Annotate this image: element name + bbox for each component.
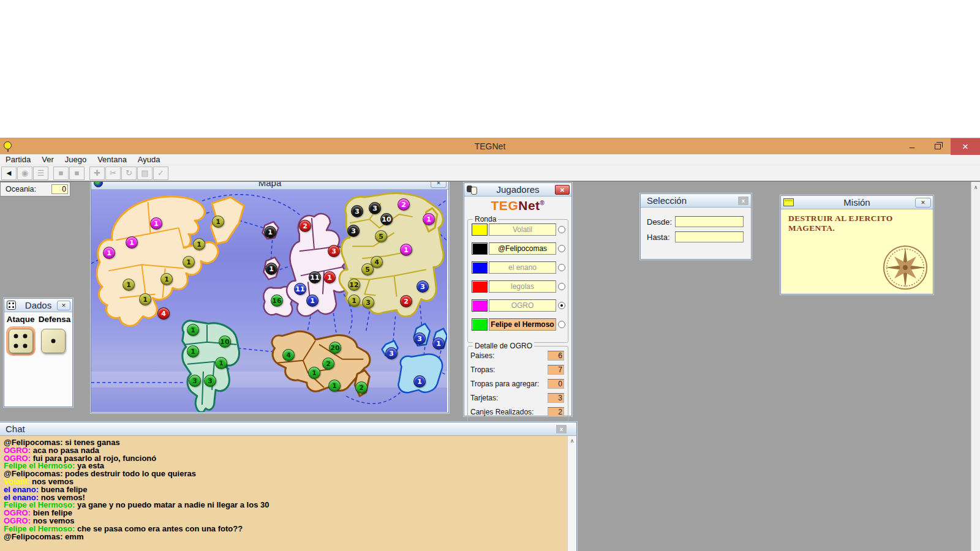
players-close-button[interactable]: ✕ xyxy=(555,185,570,195)
army-marker[interactable]: 1 xyxy=(306,294,318,307)
players-titlebar[interactable]: Jugadores ✕ xyxy=(464,183,571,197)
toolbar-add-armies-icon[interactable]: ✚ xyxy=(89,167,105,180)
army-marker[interactable]: 1 xyxy=(308,367,320,379)
army-marker[interactable]: 4 xyxy=(282,349,295,361)
army-marker[interactable]: 3 xyxy=(204,375,216,387)
toolbar-stop-icon[interactable]: ■ xyxy=(53,167,69,180)
army-marker[interactable]: 3 xyxy=(413,332,426,345)
army-marker[interactable]: 1 xyxy=(126,236,138,249)
army-marker[interactable]: 10 xyxy=(380,213,393,225)
chat-titlebar[interactable]: Chat x xyxy=(0,422,576,436)
toolbar-pause-icon[interactable]: ■ xyxy=(69,167,85,180)
player-radio[interactable] xyxy=(558,283,565,290)
player-radio[interactable] xyxy=(558,321,565,328)
chat-scrollbar[interactable]: ∧ xyxy=(567,436,576,551)
menu-item-ver[interactable]: Ver xyxy=(36,155,59,164)
menu-item-ventana[interactable]: Ventana xyxy=(92,155,132,164)
player-name-field[interactable]: @Felipocomas xyxy=(489,242,556,255)
toolbar-list-icon[interactable]: ☰ xyxy=(33,167,48,180)
army-marker[interactable]: 4 xyxy=(157,307,170,320)
chat-scroll-up-icon[interactable]: ∧ xyxy=(570,438,575,444)
army-marker[interactable]: 1 xyxy=(432,337,445,350)
army-marker[interactable]: 3 xyxy=(351,205,363,217)
army-marker[interactable]: 5 xyxy=(375,230,387,242)
player-name-field[interactable]: el enano xyxy=(489,261,556,274)
toolbar-globe-icon[interactable]: ◉ xyxy=(17,167,32,180)
map-close-button[interactable]: ✕ xyxy=(431,181,447,188)
army-marker[interactable]: 1 xyxy=(265,263,277,275)
army-marker[interactable]: 1 xyxy=(187,345,199,358)
player-radio[interactable] xyxy=(558,245,565,252)
army-marker[interactable]: 2 xyxy=(299,220,311,232)
army-marker[interactable]: 1 xyxy=(187,324,199,336)
army-marker[interactable]: 1 xyxy=(193,238,205,250)
army-marker[interactable]: 16 xyxy=(271,294,283,307)
army-marker[interactable]: 1 xyxy=(328,380,341,392)
player-name-field[interactable]: legolas xyxy=(489,280,556,293)
army-marker[interactable]: 3 xyxy=(417,280,429,293)
army-marker[interactable]: 3 xyxy=(362,296,374,309)
army-marker[interactable]: 1 xyxy=(413,375,426,388)
titlebar[interactable]: TEGNet – × xyxy=(0,138,980,154)
army-marker[interactable]: 1 xyxy=(150,217,162,230)
army-marker[interactable]: 1 xyxy=(323,271,336,283)
restore-button[interactable] xyxy=(925,138,951,155)
army-marker[interactable]: 1 xyxy=(103,247,115,259)
player-radio[interactable] xyxy=(558,226,565,233)
army-marker[interactable]: 1 xyxy=(264,226,276,238)
army-marker[interactable]: 1 xyxy=(123,279,135,291)
tegnet-window: TEGNet – × PartidaVerJuegoVentanaAyuda ◄… xyxy=(0,138,980,551)
army-marker[interactable]: 1 xyxy=(212,216,224,228)
army-marker[interactable]: 2 xyxy=(398,198,410,211)
player-radio[interactable] xyxy=(558,264,565,271)
map-titlebar[interactable]: Mapa ✕ xyxy=(91,181,448,190)
selection-input[interactable] xyxy=(675,216,744,227)
army-marker[interactable]: 11 xyxy=(294,283,306,295)
army-marker[interactable]: 2 xyxy=(400,295,412,307)
mission-titlebar[interactable]: Misión ✕ xyxy=(781,196,933,209)
toolbar-sound-icon[interactable]: ◄ xyxy=(1,167,17,180)
toolbar-attack-icon[interactable]: ✂ xyxy=(105,167,121,180)
toolbar-cards-icon[interactable]: ▤ xyxy=(137,167,153,180)
menu-item-ayuda[interactable]: Ayuda xyxy=(132,155,166,164)
army-marker[interactable]: 1 xyxy=(183,256,195,268)
army-marker[interactable]: 12 xyxy=(348,279,360,291)
army-marker[interactable]: 5 xyxy=(361,263,374,276)
mission-close-button[interactable]: ✕ xyxy=(915,198,931,208)
player-name-field[interactable]: OGRO xyxy=(489,299,556,312)
game-map[interactable]: 1111111114112311111116331032115451213321… xyxy=(91,190,447,412)
army-marker[interactable]: 1 xyxy=(400,244,412,256)
close-button[interactable]: × xyxy=(951,138,980,155)
menu-item-partida[interactable]: Partida xyxy=(0,155,36,164)
army-marker[interactable]: 2 xyxy=(322,358,334,370)
army-marker[interactable]: 1 xyxy=(348,294,360,307)
army-marker[interactable]: 11 xyxy=(309,271,321,283)
army-marker[interactable]: 3 xyxy=(347,225,360,237)
army-marker[interactable]: 1 xyxy=(423,213,435,225)
player-name-field[interactable]: Felipe el Hermoso xyxy=(489,318,556,331)
army-marker[interactable]: 20 xyxy=(329,342,341,354)
selection-titlebar[interactable]: Selección x xyxy=(641,194,751,208)
dice-close-button[interactable]: ✕ xyxy=(57,301,70,310)
army-marker[interactable]: 3 xyxy=(385,347,398,359)
player-name-field[interactable]: Volatil xyxy=(489,223,556,236)
army-marker[interactable]: 2 xyxy=(355,381,368,394)
mdi-scrollbar[interactable]: ∧ xyxy=(971,182,980,551)
army-marker[interactable]: 3 xyxy=(189,375,201,387)
army-marker[interactable]: 3 xyxy=(328,245,340,257)
army-marker[interactable]: 1 xyxy=(139,293,151,305)
army-marker[interactable]: 1 xyxy=(215,357,227,369)
army-marker[interactable]: 1 xyxy=(160,273,173,285)
menu-item-juego[interactable]: Juego xyxy=(59,155,92,164)
selection-input[interactable] xyxy=(675,231,744,242)
dice-titlebar[interactable]: Dados ✕ xyxy=(4,299,72,312)
player-radio[interactable] xyxy=(558,302,565,309)
selection-close-button[interactable]: x xyxy=(738,197,748,205)
army-marker[interactable]: 10 xyxy=(219,335,231,348)
minimize-button[interactable]: – xyxy=(899,138,925,155)
army-marker[interactable]: 3 xyxy=(369,202,381,214)
toolbar-accept-icon[interactable]: ✓ xyxy=(153,167,168,180)
mdi-scroll-up-icon[interactable]: ∧ xyxy=(974,184,978,190)
chat-close-button[interactable]: x xyxy=(556,425,567,433)
toolbar-regroup-icon[interactable]: ↻ xyxy=(121,167,137,180)
